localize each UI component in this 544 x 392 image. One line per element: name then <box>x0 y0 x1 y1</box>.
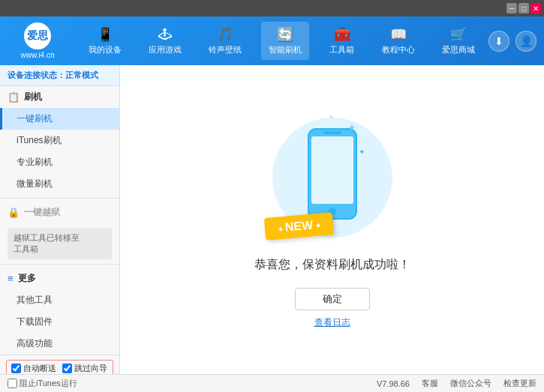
bottom-right: V7.98.66 客服 微信公众号 检查更新 <box>128 378 536 389</box>
svg-rect-3 <box>323 131 341 134</box>
status-value: 正常模式 <box>65 70 98 79</box>
nav-items: 📱 我的设备 🕹 应用游戏 🎵 铃声壁纸 🔄 智能刷机 🧰 工具箱 📖 教程中心… <box>75 22 488 60</box>
advanced-label: 高级功能 <box>17 338 53 349</box>
bottom-bar: 阻止iTunes运行 V7.98.66 客服 微信公众号 检查更新 <box>0 374 544 392</box>
pro-flash-label: 专业刷机 <box>17 157 53 167</box>
nav-item-my-device[interactable]: 📱 我的设备 <box>81 22 129 60</box>
skip-wizard-label: 跳过向导 <box>74 363 107 374</box>
nav-label-tutorial: 教程中心 <box>382 44 415 55</box>
logo-circle: 爱思 <box>24 22 51 49</box>
more-section-icon: ≡ <box>8 273 14 284</box>
divider-2 <box>0 264 119 265</box>
nav-icon-tutorial: 📖 <box>390 26 407 43</box>
nav-right: ⬇ 👤 <box>488 31 536 52</box>
main-layout: 设备连接状态：正常模式 📋 刷机 一键刷机 iTunes刷机 专业刷机 微量刷机… <box>0 65 544 374</box>
skip-wizard-checkbox-label[interactable]: 跳过向导 <box>62 363 107 374</box>
lock-icon: 🔒 <box>8 207 20 218</box>
sidebar-checkboxes: 自动断送 跳过向导 <box>6 360 113 374</box>
flash-section-icon: 📋 <box>8 91 20 103</box>
auto-send-checkbox-label[interactable]: 自动断送 <box>11 363 56 374</box>
download-button[interactable]: ⬇ <box>488 31 509 52</box>
auto-send-checkbox[interactable] <box>11 364 21 373</box>
header: 爱思 www.i4.cn 📱 我的设备 🕹 应用游戏 🎵 铃声壁纸 🔄 智能刷机… <box>0 16 544 65</box>
close-button[interactable]: ✕ <box>530 3 541 13</box>
minimize-button[interactable]: ─ <box>506 3 517 13</box>
bottom-left: 阻止iTunes运行 <box>8 378 128 389</box>
illustration: NEW ✦ ✦ ✦ <box>265 110 400 245</box>
download-fw-label: 下载固件 <box>17 316 53 327</box>
title-bar: ─ □ ✕ <box>0 0 544 16</box>
nav-item-wallpaper[interactable]: 🎵 铃声壁纸 <box>201 22 249 60</box>
logo-text: www.i4.cn <box>20 51 54 59</box>
one-key-flash-label: 一键刷机 <box>17 113 53 124</box>
status-label: 设备连接状态： <box>8 70 65 79</box>
nav-item-smart-flash[interactable]: 🔄 智能刷机 <box>261 22 309 60</box>
more-section-label: 更多 <box>18 272 36 285</box>
nav-icon-wallpaper: 🎵 <box>217 26 233 43</box>
connection-status: 设备连接状态：正常模式 <box>0 65 119 86</box>
flash-section-label: 刷机 <box>24 91 42 103</box>
sidebar-item-itunes-flash[interactable]: iTunes刷机 <box>0 130 119 151</box>
stop-itunes-text: 阻止iTunes运行 <box>20 378 77 389</box>
version-label: V7.98.66 <box>377 379 410 388</box>
nav-item-store[interactable]: 🛒 爱思商城 <box>434 22 482 60</box>
sidebar-item-one-key-flash[interactable]: 一键刷机 <box>0 108 119 130</box>
nav-icon-store: 🛒 <box>450 26 467 43</box>
nav-item-apps-games[interactable]: 🕹 应用游戏 <box>141 22 189 60</box>
nav-icon-toolbox: 🧰 <box>334 26 350 43</box>
nav-label-toolbox: 工具箱 <box>329 44 354 55</box>
sidebar-section-jailbreak: 🔒 一键越狱 <box>0 202 119 223</box>
nav-label-wallpaper: 铃声壁纸 <box>209 44 242 55</box>
jailbreak-info-text: 越狱工具已转移至工具箱 <box>14 233 80 253</box>
sparkle-2: ✦ <box>359 148 365 156</box>
customer-service-link[interactable]: 客服 <box>422 378 438 389</box>
sidebar-item-pro-flash[interactable]: 专业刷机 <box>0 151 119 173</box>
nav-label-my-device: 我的设备 <box>89 44 122 55</box>
wechat-link[interactable]: 微信公众号 <box>450 378 491 389</box>
sidebar: 设备连接状态：正常模式 📋 刷机 一键刷机 iTunes刷机 专业刷机 微量刷机… <box>0 65 120 374</box>
sidebar-section-more[interactable]: ≡ 更多 <box>0 268 119 289</box>
svg-rect-1 <box>311 136 353 204</box>
itunes-flash-label: iTunes刷机 <box>17 135 62 145</box>
nav-icon-apps-games: 🕹 <box>158 27 172 43</box>
check-update-link[interactable]: 检查更新 <box>503 378 536 389</box>
phone-svg <box>302 125 362 223</box>
stop-itunes-label[interactable]: 阻止iTunes运行 <box>8 378 77 389</box>
other-tools-label: 其他工具 <box>17 295 53 305</box>
nav-icon-smart-flash: 🔄 <box>277 26 293 43</box>
jailbreak-section-label: 一键越狱 <box>24 206 60 219</box>
user-button[interactable]: 👤 <box>515 31 536 52</box>
logo-area: 爱思 www.i4.cn <box>8 22 68 59</box>
sidebar-item-download-fw[interactable]: 下载固件 <box>0 311 119 333</box>
content-area: NEW ✦ ✦ ✦ 恭喜您，保资料刷机成功啦！ 确定 查看日志 <box>120 65 544 374</box>
nav-label-store: 爱思商城 <box>442 44 475 55</box>
logo-icon: 爱思 <box>27 29 48 43</box>
sidebar-section-flash[interactable]: 📋 刷机 <box>0 86 119 108</box>
auto-send-label: 自动断送 <box>23 363 56 374</box>
success-text: 恭喜您，保资料刷机成功啦！ <box>254 257 410 273</box>
sparkle-1: ✦ <box>347 121 356 133</box>
jailbreak-info-box: 越狱工具已转移至工具箱 <box>8 228 112 259</box>
divider-1 <box>0 198 119 199</box>
sparkle-3: ✦ <box>329 114 334 121</box>
sidebar-item-other-tools[interactable]: 其他工具 <box>0 289 119 311</box>
confirm-button[interactable]: 确定 <box>295 288 370 310</box>
skip-wizard-checkbox[interactable] <box>62 364 72 373</box>
nav-icon-my-device: 📱 <box>97 26 113 43</box>
micro-flash-label: 微量刷机 <box>17 178 53 189</box>
sidebar-item-micro-flash[interactable]: 微量刷机 <box>0 173 119 195</box>
stop-itunes-checkbox[interactable] <box>8 379 17 388</box>
maximize-button[interactable]: □ <box>518 3 529 13</box>
nav-label-smart-flash: 智能刷机 <box>269 44 302 55</box>
log-link[interactable]: 查看日志 <box>314 316 350 329</box>
nav-item-tutorial[interactable]: 📖 教程中心 <box>374 22 422 60</box>
nav-label-apps-games: 应用游戏 <box>149 44 182 55</box>
nav-item-toolbox[interactable]: 🧰 工具箱 <box>321 22 362 60</box>
sidebar-item-advanced[interactable]: 高级功能 <box>0 333 119 355</box>
